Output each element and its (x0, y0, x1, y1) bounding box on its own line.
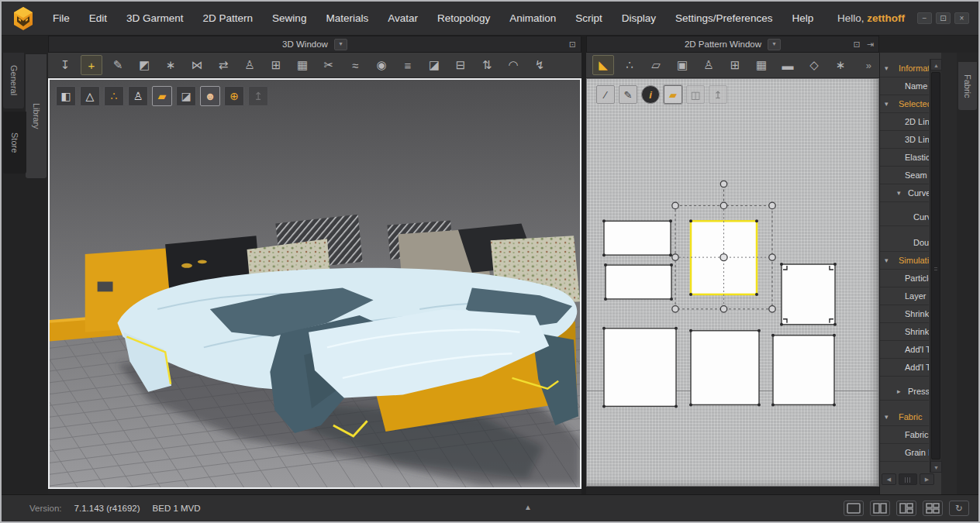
sidebar-item-press[interactable]: ▸Press (880, 383, 929, 401)
piece-5-corner-point[interactable] (675, 404, 678, 408)
menu-3d-garment[interactable]: 3D Garment (126, 12, 184, 24)
sidebar-item-doub[interactable]: Doub (880, 234, 929, 252)
double-view-button[interactable] (870, 501, 890, 516)
tab-store[interactable]: Store (3, 112, 26, 174)
menu-avatar[interactable]: Avatar (388, 12, 418, 24)
gizmo-center-handle[interactable] (720, 254, 727, 261)
piece-5-corner-point[interactable] (602, 327, 606, 330)
pattern-mode-icon[interactable]: ▰ (152, 86, 172, 106)
sew-curve-icon[interactable]: ≈ (344, 55, 366, 75)
collapse-arrow-icon[interactable]: ▾ (885, 64, 892, 72)
piece-1-corner-point[interactable] (669, 219, 672, 222)
piece-2-corner-point[interactable] (604, 263, 607, 267)
3d-window-preset-dropdown[interactable]: ▾ (334, 39, 347, 50)
scroll-up-button[interactable]: ▲ (930, 59, 942, 71)
garment-mode-icon[interactable]: △ (80, 86, 100, 106)
quad-view-button[interactable] (923, 501, 943, 516)
2d-popout-icon[interactable]: ⊡ (854, 40, 861, 50)
gizmo-handle[interactable] (769, 202, 775, 208)
sidebar-item-grain-d[interactable]: Grain D (880, 444, 929, 462)
collapse-arrow-icon[interactable]: ▸ (897, 387, 905, 395)
sidebar-item-add-l-t[interactable]: Add'l T (880, 359, 929, 377)
2d-canvas[interactable]: ∕✎i▰◫↥ (586, 78, 879, 487)
gizmo-handle[interactable] (720, 202, 726, 208)
sidebar-item-fabric[interactable]: ▾Fabric (880, 408, 929, 426)
menu-help[interactable]: Help (792, 12, 813, 24)
piece-1-corner-point[interactable] (669, 253, 672, 256)
piece-4-corner-point[interactable] (780, 263, 783, 266)
sidebar-scrollbar[interactable]: ▲ ▼ (930, 59, 941, 473)
simulate-icon[interactable]: ↧ (54, 55, 76, 75)
piece-4-outline[interactable] (782, 264, 835, 325)
avatar-skin-mode-icon[interactable]: ☻ (200, 86, 220, 106)
gizmo-handle[interactable] (672, 254, 678, 260)
move-pattern-3d-icon[interactable]: ⊞ (265, 55, 287, 75)
sidebar-item-curv[interactable]: Curv (880, 208, 929, 226)
fold-arrangement-icon[interactable]: ◪ (423, 55, 445, 75)
piece-7-corner-point[interactable] (833, 403, 836, 406)
iron-icon[interactable]: ▬ (777, 55, 799, 75)
menu-script[interactable]: Script (575, 12, 602, 24)
hscroll-right-button[interactable]: ▶ (920, 473, 934, 485)
menu-edit[interactable]: Edit (89, 12, 107, 24)
grid-2d-icon[interactable]: ▦ (751, 55, 772, 75)
restore-button[interactable]: ⊡ (936, 12, 951, 24)
piece-6-corner-point[interactable] (689, 329, 692, 332)
piece-2-corner-point[interactable] (670, 263, 673, 267)
sidebar-item-fabric[interactable]: Fabric (880, 426, 929, 444)
piece-1-corner-point[interactable] (602, 219, 606, 222)
piece-5-corner-point[interactable] (675, 327, 678, 330)
piece-7-outline[interactable] (773, 335, 834, 405)
move-pattern-2d-icon[interactable]: ⊞ (724, 55, 746, 75)
piece-2-outline[interactable] (606, 265, 671, 299)
sidebar-hscrollbar[interactable]: ◀ ▶ (882, 473, 934, 485)
quad-mesh-icon[interactable]: ▦ (292, 55, 313, 75)
pin-garment-2d-icon[interactable]: ✎ (619, 85, 637, 104)
polygon-pattern-icon[interactable]: ▱ (645, 55, 667, 75)
sidebar-item-3d-line[interactable]: 3D Line (880, 131, 929, 149)
piece-6-outline[interactable] (691, 331, 759, 405)
tab-fabric[interactable]: Fabric (958, 62, 977, 110)
piece-6-corner-point[interactable] (689, 403, 692, 406)
2d-window-preset-dropdown[interactable]: ▾ (768, 39, 781, 50)
piece-5-outline[interactable] (604, 329, 676, 407)
single-view-button[interactable] (844, 501, 864, 516)
menu-retopology[interactable]: Retopology (437, 12, 490, 24)
stack-panel-icon[interactable]: ⊟ (450, 55, 471, 75)
gizmo-rotation-handle[interactable] (720, 181, 726, 187)
texture-mode-icon[interactable]: ◪ (176, 86, 196, 106)
cut-sew-icon[interactable]: ✂ (318, 55, 340, 75)
piece-3-corner-point[interactable] (689, 293, 692, 296)
sidebar-item-elastic[interactable]: Elastic (880, 149, 929, 167)
sidebar-item-name[interactable]: Name (880, 77, 929, 95)
avatar-tape-icon[interactable]: ♙ (239, 55, 261, 75)
piece-4-corner-point[interactable] (780, 323, 783, 326)
bake-2d-icon[interactable]: ↥ (709, 85, 727, 104)
drag-garment-icon[interactable]: ◩ (133, 55, 155, 75)
piece-6-corner-point[interactable] (757, 403, 761, 406)
particle-mode-icon[interactable]: ∴ (104, 86, 124, 106)
scrollbar-thumb[interactable] (931, 72, 940, 459)
sidebar-item-shrinka[interactable]: Shrinka (880, 323, 929, 341)
piece-1-corner-point[interactable] (602, 253, 606, 256)
piece-7-corner-point[interactable] (833, 334, 836, 337)
reset-layout-button[interactable]: ↻ (949, 501, 969, 516)
scroll-down-button[interactable]: ▼ (930, 461, 942, 473)
sidebar-item-shrinka[interactable]: Shrinka (880, 305, 929, 323)
gizmo-handle[interactable] (720, 306, 726, 312)
curve-tool-icon[interactable]: ◠ (502, 55, 524, 75)
close-button[interactable]: × (954, 12, 969, 24)
2d-send-arrow-icon[interactable]: ⇥ (867, 40, 874, 50)
pleat-icon[interactable]: ⇅ (476, 55, 498, 75)
edit-pattern-icon[interactable]: ∴ (619, 55, 640, 75)
piece-7-corner-point[interactable] (771, 334, 775, 337)
hscroll-thumb[interactable] (899, 473, 917, 485)
sidebar-item-layer[interactable]: Layer (880, 287, 929, 305)
pattern-piece-5[interactable] (602, 327, 678, 408)
triple-view-button[interactable] (896, 501, 916, 516)
flip-garment-icon[interactable]: ⇄ (212, 55, 234, 75)
menu-file[interactable]: File (53, 12, 70, 24)
gizmo-handle[interactable] (769, 306, 775, 312)
pattern-piece-7[interactable] (771, 334, 836, 407)
select-move-icon[interactable]: + (81, 55, 102, 75)
